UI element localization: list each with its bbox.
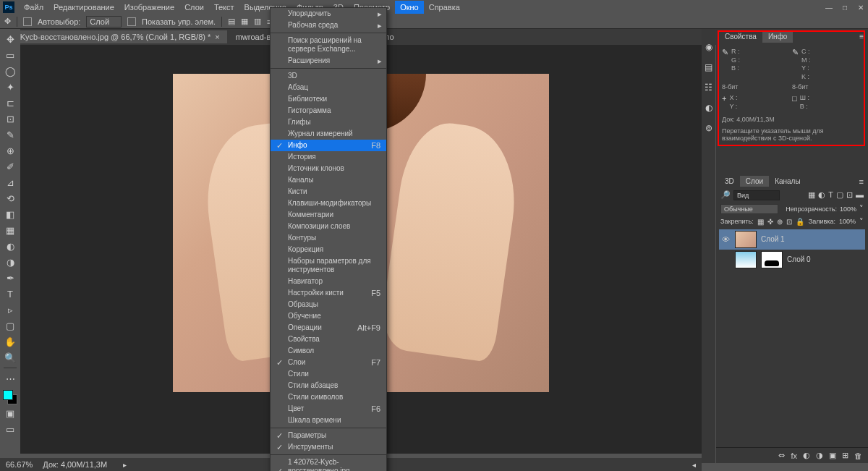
menu-item[interactable]: История [271, 151, 386, 163]
gradient-tool[interactable]: ▦ [2, 223, 18, 237]
fill-value[interactable]: 100% [839, 218, 856, 225]
menu-item[interactable]: Расширения▸ [271, 55, 386, 67]
menu-item[interactable]: Слои✓F7 [271, 357, 386, 368]
menu-text[interactable]: Текст [209, 1, 239, 14]
tab-3d[interactable]: 3D [719, 176, 740, 187]
filter-adj-icon[interactable]: ◐ [818, 190, 825, 200]
cc-panel-icon[interactable]: ⊚ [705, 123, 712, 133]
move-tool[interactable]: ✥ [2, 32, 18, 46]
menu-item[interactable]: Инструменты✓ [271, 441, 386, 453]
hand-tool[interactable]: ✋ [2, 334, 18, 349]
menu-item[interactable]: Стили абзацев [271, 380, 386, 391]
layer-thumb[interactable] [735, 251, 757, 268]
align-icon[interactable]: ▦ [241, 17, 248, 26]
menu-item[interactable]: Контуры [271, 232, 386, 244]
text-tool[interactable]: T [2, 287, 18, 301]
layer-mask-thumb[interactable] [761, 251, 783, 268]
eyedropper-tool[interactable]: ✎ [2, 127, 18, 142]
chevron-left-icon[interactable]: ◂ [692, 461, 696, 469]
edit-toolbar[interactable]: ⋯ [2, 371, 18, 386]
menu-item[interactable]: Комментарии [271, 209, 386, 221]
menu-item[interactable]: Клавиши-модификаторы [271, 198, 386, 209]
marquee-tool[interactable]: ▭ [2, 48, 18, 62]
filter-icon[interactable]: 🔎 [720, 190, 731, 200]
tab-layers[interactable]: Слои [740, 176, 769, 187]
opacity-value[interactable]: 100% [840, 205, 856, 213]
menu-item[interactable]: Библиотеки [271, 93, 386, 105]
minimize-icon[interactable]: — [825, 3, 833, 12]
layer-filter-dropdown[interactable]: Вид [733, 190, 780, 200]
close-icon[interactable]: ✕ [856, 3, 865, 12]
menu-window[interactable]: Окно [395, 1, 424, 14]
doc-info[interactable]: Док: 4,00M/11,3M [43, 460, 107, 469]
menu-item[interactable]: Навигатор [271, 276, 386, 287]
adjustments-panel-icon[interactable]: ◐ [705, 103, 712, 113]
maximize-icon[interactable]: □ [841, 3, 849, 12]
chevron-down-icon[interactable]: ˅ [859, 217, 864, 226]
pen-tool[interactable]: ✒ [2, 271, 18, 285]
menu-item[interactable]: Параметры✓ [271, 430, 386, 441]
menu-item[interactable]: Журнал измерений [271, 128, 386, 140]
menu-layers[interactable]: Слои [179, 1, 209, 14]
menu-item[interactable]: Символ [271, 345, 386, 357]
swatches-panel-icon[interactable]: ▤ [705, 62, 712, 72]
crop-tool[interactable]: ⊏ [2, 96, 18, 110]
align-icon[interactable]: ▥ [254, 17, 261, 26]
screen-mode[interactable]: ▭ [2, 422, 18, 436]
frame-tool[interactable]: ⊡ [2, 111, 18, 126]
heal-tool[interactable]: ⊕ [2, 143, 18, 158]
autoselect-dropdown[interactable]: Слой [86, 16, 122, 27]
history-brush-tool[interactable]: ⟲ [2, 191, 18, 205]
menu-help[interactable]: Справка [424, 1, 465, 14]
color-swatches[interactable] [3, 390, 17, 404]
menu-item[interactable]: Шкала времени [271, 415, 386, 426]
autoselect-checkbox[interactable] [23, 17, 32, 26]
menu-item[interactable]: Наборы параметров для инструментов [271, 255, 386, 276]
menu-item[interactable]: 3D [271, 70, 386, 82]
lock-position-icon[interactable]: ✜ [767, 218, 773, 226]
zoom-tool[interactable]: 🔍 [2, 350, 18, 365]
layer-row[interactable]: Слой 0 [719, 250, 865, 270]
menu-file[interactable]: Файл [19, 1, 48, 14]
menu-item[interactable]: Инфо✓F8 [271, 140, 386, 151]
menu-item[interactable]: Обучение [271, 310, 386, 322]
blend-mode-dropdown[interactable]: Обычные [720, 204, 778, 214]
menu-item[interactable]: 1 420762-Kycb-восстановлено.jpg✓ [271, 457, 386, 471]
show-controls-checkbox[interactable] [127, 17, 136, 26]
menu-item[interactable]: Настройки кистиF5 [271, 287, 386, 299]
lock-artboard-icon[interactable]: ⊕ [777, 218, 783, 226]
filter-toggle[interactable]: ▬ [856, 190, 864, 200]
filter-pixel-icon[interactable]: ▦ [808, 190, 815, 200]
wand-tool[interactable]: ✦ [2, 80, 18, 94]
mask-icon[interactable]: ◐ [803, 451, 810, 460]
menu-item[interactable]: Композиции слоев [271, 221, 386, 232]
libraries-panel-icon[interactable]: ☷ [705, 82, 712, 93]
zoom-level[interactable]: 66.67% [6, 460, 33, 469]
tab-close-icon[interactable]: × [215, 33, 219, 41]
menu-item[interactable]: Поиск расширений на сервере Exchange... [271, 35, 386, 55]
lasso-tool[interactable]: ◯ [2, 64, 18, 78]
path-tool[interactable]: ▹ [2, 302, 18, 317]
adjustment-icon[interactable]: ◑ [816, 451, 823, 460]
layer-thumb[interactable] [735, 231, 757, 248]
menu-image[interactable]: Изображение [119, 1, 179, 14]
layer-row[interactable]: 👁 Слой 1 [719, 229, 865, 250]
layer-name[interactable]: Слой 1 [761, 235, 785, 243]
tab-channels[interactable]: Каналы [769, 176, 807, 187]
align-icon[interactable]: ▤ [228, 17, 235, 26]
blur-tool[interactable]: ◐ [2, 239, 18, 253]
menu-item[interactable]: Абзац [271, 82, 386, 93]
brush-tool[interactable]: ✐ [2, 159, 18, 174]
tab-active[interactable]: 2-Kycb-восстановлено.jpg @ 66,7% (Слой 1… [6, 30, 227, 43]
link-icon[interactable]: ⇔ [778, 451, 785, 460]
filter-shape-icon[interactable]: ▢ [836, 190, 843, 200]
menu-item[interactable]: Каналы [271, 174, 386, 186]
quick-mask[interactable]: ▣ [2, 406, 18, 420]
lock-nesting-icon[interactable]: ⊡ [786, 218, 792, 226]
menu-item[interactable]: Гистограмма [271, 105, 386, 116]
new-layer-icon[interactable]: ⊞ [842, 451, 848, 460]
filter-type-icon[interactable]: T [828, 190, 833, 200]
stamp-tool[interactable]: ⊿ [2, 175, 18, 190]
eraser-tool[interactable]: ◧ [2, 207, 18, 221]
tab-info[interactable]: Инфо [762, 30, 793, 43]
